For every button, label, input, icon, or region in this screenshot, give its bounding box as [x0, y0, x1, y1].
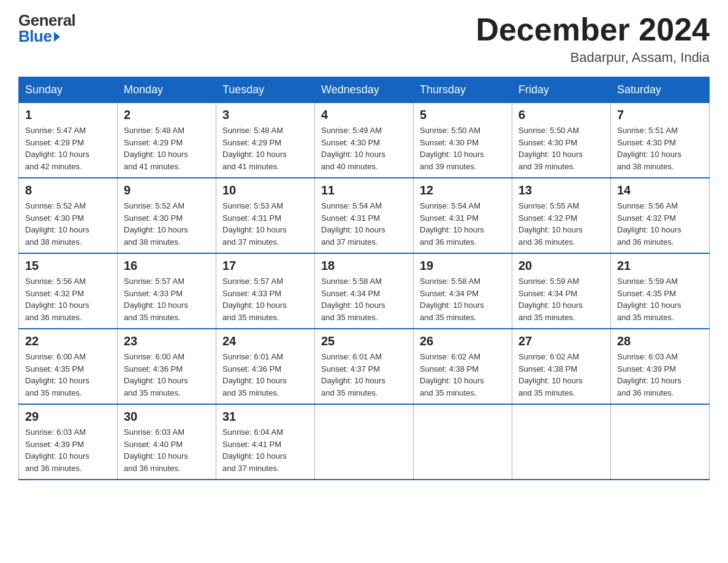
- day-number: 30: [124, 410, 210, 424]
- day-info: Sunrise: 5:59 AMSunset: 4:35 PMDaylight:…: [617, 275, 703, 323]
- day-info: Sunrise: 5:49 AMSunset: 4:30 PMDaylight:…: [321, 124, 407, 172]
- calendar-cell: 9Sunrise: 5:52 AMSunset: 4:30 PMDaylight…: [118, 178, 216, 253]
- calendar-cell: 17Sunrise: 5:57 AMSunset: 4:33 PMDayligh…: [216, 253, 315, 329]
- day-info: Sunrise: 5:48 AMSunset: 4:29 PMDaylight:…: [124, 124, 210, 172]
- day-number: 21: [617, 259, 703, 273]
- day-number: 3: [222, 108, 308, 122]
- day-number: 7: [617, 108, 703, 122]
- header-day-friday: Friday: [512, 77, 611, 103]
- logo: General Blue: [18, 12, 75, 44]
- day-info: Sunrise: 5:57 AMSunset: 4:33 PMDaylight:…: [222, 275, 308, 323]
- calendar-cell: 1Sunrise: 5:47 AMSunset: 4:29 PMDaylight…: [19, 103, 118, 178]
- logo-general-text: General: [18, 12, 75, 28]
- logo-blue-text: Blue: [18, 28, 60, 44]
- calendar-cell: 24Sunrise: 6:01 AMSunset: 4:36 PMDayligh…: [216, 329, 315, 404]
- header-row: SundayMondayTuesdayWednesdayThursdayFrid…: [19, 77, 710, 103]
- calendar-cell: 20Sunrise: 5:59 AMSunset: 4:34 PMDayligh…: [512, 253, 611, 329]
- calendar-cell: 23Sunrise: 6:00 AMSunset: 4:36 PMDayligh…: [118, 329, 216, 404]
- day-info: Sunrise: 6:02 AMSunset: 4:38 PMDaylight:…: [518, 351, 604, 399]
- header-day-wednesday: Wednesday: [315, 77, 414, 103]
- day-number: 8: [25, 183, 111, 197]
- day-info: Sunrise: 6:03 AMSunset: 4:39 PMDaylight:…: [617, 351, 703, 399]
- day-info: Sunrise: 6:01 AMSunset: 4:37 PMDaylight:…: [321, 351, 407, 399]
- day-info: Sunrise: 5:55 AMSunset: 4:32 PMDaylight:…: [518, 200, 604, 248]
- day-info: Sunrise: 5:59 AMSunset: 4:34 PMDaylight:…: [518, 275, 604, 323]
- day-info: Sunrise: 6:02 AMSunset: 4:38 PMDaylight:…: [420, 351, 506, 399]
- calendar-cell: 6Sunrise: 5:50 AMSunset: 4:30 PMDaylight…: [512, 103, 611, 178]
- day-number: 28: [617, 334, 703, 348]
- day-info: Sunrise: 6:03 AMSunset: 4:40 PMDaylight:…: [124, 426, 210, 474]
- calendar-cell: [611, 404, 710, 480]
- day-number: 2: [124, 108, 210, 122]
- day-info: Sunrise: 5:58 AMSunset: 4:34 PMDaylight:…: [321, 275, 407, 323]
- calendar-week-row: 15Sunrise: 5:56 AMSunset: 4:32 PMDayligh…: [19, 253, 710, 329]
- calendar-header: SundayMondayTuesdayWednesdayThursdayFrid…: [19, 77, 710, 103]
- day-info: Sunrise: 5:48 AMSunset: 4:29 PMDaylight:…: [222, 124, 308, 172]
- day-info: Sunrise: 6:01 AMSunset: 4:36 PMDaylight:…: [222, 351, 308, 399]
- day-number: 4: [321, 108, 407, 122]
- calendar-cell: 8Sunrise: 5:52 AMSunset: 4:30 PMDaylight…: [19, 178, 118, 253]
- day-info: Sunrise: 5:47 AMSunset: 4:29 PMDaylight:…: [25, 124, 111, 172]
- day-number: 31: [222, 410, 308, 424]
- day-info: Sunrise: 5:54 AMSunset: 4:31 PMDaylight:…: [420, 200, 506, 248]
- day-number: 24: [222, 334, 308, 348]
- location-text: Badarpur, Assam, India: [476, 50, 710, 66]
- day-number: 29: [25, 410, 111, 424]
- calendar-cell: 29Sunrise: 6:03 AMSunset: 4:39 PMDayligh…: [19, 404, 118, 480]
- calendar-cell: 21Sunrise: 5:59 AMSunset: 4:35 PMDayligh…: [611, 253, 710, 329]
- calendar-week-row: 8Sunrise: 5:52 AMSunset: 4:30 PMDaylight…: [19, 178, 710, 253]
- day-number: 1: [25, 108, 111, 122]
- day-info: Sunrise: 5:53 AMSunset: 4:31 PMDaylight:…: [222, 200, 308, 248]
- day-number: 6: [518, 108, 604, 122]
- calendar-cell: [512, 404, 611, 480]
- calendar-cell: 15Sunrise: 5:56 AMSunset: 4:32 PMDayligh…: [19, 253, 118, 329]
- day-info: Sunrise: 5:50 AMSunset: 4:30 PMDaylight:…: [518, 124, 604, 172]
- day-number: 12: [420, 183, 506, 197]
- day-info: Sunrise: 5:57 AMSunset: 4:33 PMDaylight:…: [124, 275, 210, 323]
- day-info: Sunrise: 5:50 AMSunset: 4:30 PMDaylight:…: [420, 124, 506, 172]
- day-info: Sunrise: 5:52 AMSunset: 4:30 PMDaylight:…: [124, 200, 210, 248]
- header-day-thursday: Thursday: [414, 77, 512, 103]
- calendar-body: 1Sunrise: 5:47 AMSunset: 4:29 PMDaylight…: [19, 103, 710, 480]
- day-number: 11: [321, 183, 407, 197]
- calendar-cell: 14Sunrise: 5:56 AMSunset: 4:32 PMDayligh…: [611, 178, 710, 253]
- day-info: Sunrise: 5:56 AMSunset: 4:32 PMDaylight:…: [617, 200, 703, 248]
- calendar-cell: 4Sunrise: 5:49 AMSunset: 4:30 PMDaylight…: [315, 103, 414, 178]
- day-info: Sunrise: 5:52 AMSunset: 4:30 PMDaylight:…: [25, 200, 111, 248]
- calendar-cell: 27Sunrise: 6:02 AMSunset: 4:38 PMDayligh…: [512, 329, 611, 404]
- day-number: 10: [222, 183, 308, 197]
- calendar-cell: 13Sunrise: 5:55 AMSunset: 4:32 PMDayligh…: [512, 178, 611, 253]
- calendar-cell: 16Sunrise: 5:57 AMSunset: 4:33 PMDayligh…: [118, 253, 216, 329]
- logo-arrow-icon: [54, 32, 60, 42]
- day-info: Sunrise: 5:54 AMSunset: 4:31 PMDaylight:…: [321, 200, 407, 248]
- calendar-cell: 11Sunrise: 5:54 AMSunset: 4:31 PMDayligh…: [315, 178, 414, 253]
- day-number: 27: [518, 334, 604, 348]
- calendar-cell: 22Sunrise: 6:00 AMSunset: 4:35 PMDayligh…: [19, 329, 118, 404]
- title-block: December 2024 Badarpur, Assam, India: [476, 12, 710, 66]
- header-day-monday: Monday: [118, 77, 216, 103]
- calendar-cell: [315, 404, 414, 480]
- day-info: Sunrise: 6:00 AMSunset: 4:35 PMDaylight:…: [25, 351, 111, 399]
- day-info: Sunrise: 6:03 AMSunset: 4:39 PMDaylight:…: [25, 426, 111, 474]
- calendar-week-row: 1Sunrise: 5:47 AMSunset: 4:29 PMDaylight…: [19, 103, 710, 178]
- calendar-cell: 30Sunrise: 6:03 AMSunset: 4:40 PMDayligh…: [118, 404, 216, 480]
- calendar-cell: 2Sunrise: 5:48 AMSunset: 4:29 PMDaylight…: [118, 103, 216, 178]
- calendar-week-row: 29Sunrise: 6:03 AMSunset: 4:39 PMDayligh…: [19, 404, 710, 480]
- day-number: 22: [25, 334, 111, 348]
- day-number: 18: [321, 259, 407, 273]
- header-day-saturday: Saturday: [611, 77, 710, 103]
- day-number: 25: [321, 334, 407, 348]
- calendar-cell: 25Sunrise: 6:01 AMSunset: 4:37 PMDayligh…: [315, 329, 414, 404]
- day-number: 14: [617, 183, 703, 197]
- day-number: 9: [124, 183, 210, 197]
- calendar-cell: 5Sunrise: 5:50 AMSunset: 4:30 PMDaylight…: [414, 103, 512, 178]
- calendar-cell: 3Sunrise: 5:48 AMSunset: 4:29 PMDaylight…: [216, 103, 315, 178]
- calendar-table: SundayMondayTuesdayWednesdayThursdayFrid…: [18, 77, 710, 480]
- calendar-cell: 19Sunrise: 5:58 AMSunset: 4:34 PMDayligh…: [414, 253, 512, 329]
- day-number: 5: [420, 108, 506, 122]
- page-header: General Blue December 2024 Badarpur, Ass…: [18, 12, 710, 66]
- day-info: Sunrise: 6:00 AMSunset: 4:36 PMDaylight:…: [124, 351, 210, 399]
- day-number: 17: [222, 259, 308, 273]
- day-number: 23: [124, 334, 210, 348]
- header-day-sunday: Sunday: [19, 77, 118, 103]
